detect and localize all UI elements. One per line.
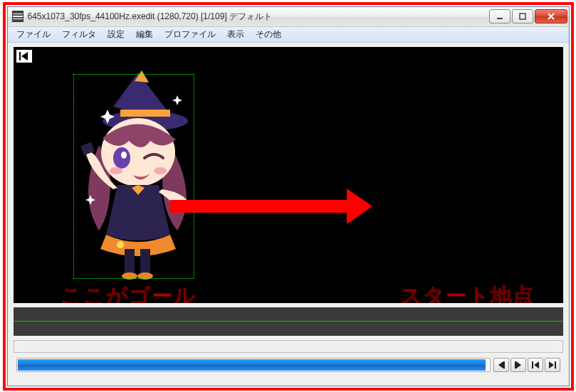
preview-canvas[interactable]: ここがゴール スタート地点 [14,47,563,303]
menu-filter[interactable]: フィルタ [56,27,102,42]
seek-bar-fill [18,359,486,371]
menu-file[interactable]: ファイル [11,27,56,42]
scrollbar-thumb[interactable] [24,341,553,351]
minimize-button[interactable] [489,9,510,23]
waveform-center-line [14,321,563,322]
menu-edit[interactable]: 編集 [130,27,159,42]
menu-other[interactable]: その他 [250,27,287,42]
app-icon [12,11,23,22]
close-button[interactable] [535,9,567,23]
content-area: ここがゴール スタート地点 [8,43,569,386]
svg-marker-28 [516,361,521,369]
svg-marker-5 [21,52,28,60]
seek-bar[interactable] [16,358,491,372]
menu-profile[interactable]: プロファイル [159,27,221,42]
object-selection-outline[interactable] [73,74,194,279]
svg-marker-25 [498,361,503,369]
maximize-button[interactable] [512,9,533,23]
svg-rect-1 [520,14,525,19]
frame-back-button[interactable] [493,358,509,372]
horizontal-scrollbar[interactable] [14,340,563,353]
svg-marker-30 [534,361,539,369]
go-end-button[interactable] [545,358,560,372]
audio-waveform-strip[interactable] [14,307,563,336]
menubar: ファイル フィルタ 設定 編集 プロファイル 表示 その他 [8,27,569,43]
frame-forward-button[interactable] [510,358,526,372]
tutorial-highlight-frame: 645x1073_30fps_44100Hz.exedit (1280,720)… [3,2,574,391]
annotation-arrow-icon [170,200,348,213]
window-title: 645x1073_30fps_44100Hz.exedit (1280,720)… [28,11,273,23]
annotation-start-label: スタート地点 [400,282,535,303]
menu-settings[interactable]: 設定 [102,27,130,42]
annotation-goal-label: ここがゴール [61,282,197,303]
aviutl-main-window: 645x1073_30fps_44100Hz.exedit (1280,720)… [7,6,570,386]
go-to-start-icon[interactable] [16,50,32,63]
go-start-button[interactable] [528,358,543,372]
svg-marker-31 [549,361,554,369]
titlebar: 645x1073_30fps_44100Hz.exedit (1280,720)… [8,7,569,27]
menu-view[interactable]: 表示 [221,27,250,42]
seek-controls-row [14,353,563,377]
